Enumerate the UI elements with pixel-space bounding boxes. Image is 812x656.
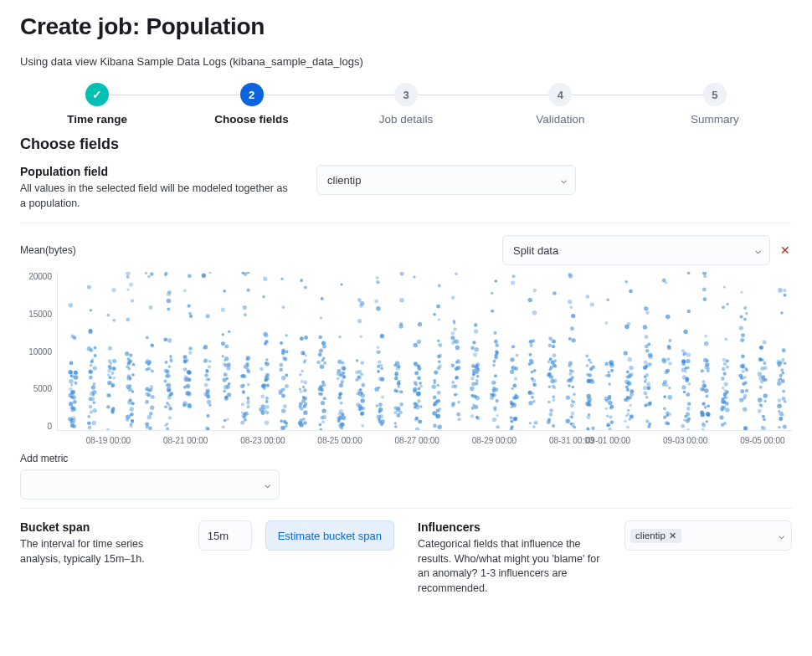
svg-point-508 — [380, 377, 384, 382]
svg-point-1156 — [778, 426, 781, 429]
x-tick: 08-29 00:00 — [472, 436, 516, 445]
bucket-span-input[interactable] — [198, 520, 252, 551]
split-data-select[interactable]: Split data ⌵ — [502, 235, 770, 265]
svg-point-91 — [111, 382, 116, 387]
svg-point-156 — [151, 344, 154, 347]
svg-point-195 — [182, 403, 186, 407]
svg-point-299 — [247, 289, 250, 292]
svg-point-578 — [419, 385, 423, 388]
svg-point-355 — [281, 376, 285, 380]
svg-point-392 — [305, 354, 307, 356]
population-field-value: clientip — [327, 174, 361, 187]
svg-point-739 — [514, 366, 518, 371]
svg-point-817 — [566, 419, 570, 423]
svg-point-172 — [167, 395, 172, 399]
svg-point-378 — [302, 386, 306, 389]
svg-point-87 — [112, 377, 116, 380]
svg-point-337 — [261, 384, 265, 388]
svg-point-464 — [338, 416, 342, 420]
svg-point-358 — [279, 368, 283, 372]
svg-point-389 — [303, 361, 306, 364]
svg-point-259 — [227, 418, 229, 420]
svg-point-953 — [648, 353, 653, 358]
svg-point-1033 — [707, 404, 710, 407]
svg-point-199 — [188, 274, 192, 278]
svg-point-169 — [166, 427, 169, 430]
svg-point-213 — [186, 391, 190, 395]
population-field-select[interactable]: clientip ⌵ — [316, 165, 576, 195]
svg-point-467 — [360, 398, 364, 402]
y-tick: 10000 — [28, 347, 52, 356]
svg-point-202 — [183, 367, 188, 372]
svg-point-707 — [490, 396, 494, 400]
svg-point-1049 — [702, 383, 706, 387]
svg-point-417 — [320, 428, 322, 430]
step-circle: 5 — [703, 83, 727, 106]
svg-point-54 — [87, 421, 91, 425]
split-data-value: Split data — [513, 244, 558, 257]
svg-point-808 — [568, 337, 572, 341]
svg-point-343 — [265, 361, 268, 365]
svg-point-940 — [645, 396, 648, 398]
svg-point-462 — [340, 402, 343, 405]
svg-point-1169 — [779, 417, 783, 421]
estimate-bucket-span-button[interactable]: Estimate bucket span — [265, 520, 394, 551]
svg-point-906 — [627, 322, 631, 326]
svg-point-1117 — [763, 340, 767, 344]
svg-point-717 — [511, 274, 515, 278]
step-job-details: 3Job details — [329, 83, 483, 126]
svg-point-44 — [90, 309, 92, 311]
chart-y-axis: 20000150001000050000 — [20, 272, 57, 431]
svg-point-599 — [433, 313, 436, 316]
svg-point-1082 — [721, 399, 726, 404]
add-metric-select[interactable]: ⌵ — [20, 469, 280, 500]
svg-point-88 — [112, 366, 116, 371]
remove-detector-button[interactable]: ✕ — [779, 243, 792, 257]
svg-point-1163 — [781, 358, 784, 361]
svg-point-510 — [380, 366, 383, 370]
svg-point-158 — [163, 337, 167, 341]
step-time-range[interactable]: ✓Time range — [20, 83, 174, 126]
svg-point-174 — [164, 272, 167, 275]
svg-point-744 — [511, 345, 515, 348]
svg-point-452 — [341, 379, 344, 382]
svg-point-966 — [668, 339, 671, 342]
svg-point-985 — [687, 272, 691, 274]
step-choose-fields[interactable]: 2Choose fields — [174, 83, 328, 126]
svg-point-17 — [70, 391, 75, 395]
svg-point-454 — [342, 372, 346, 375]
svg-point-622 — [435, 414, 438, 417]
svg-point-371 — [280, 278, 283, 280]
svg-point-798 — [548, 344, 552, 347]
svg-point-604 — [438, 284, 441, 288]
step-label: Choose fields — [214, 113, 289, 126]
svg-point-994 — [683, 391, 686, 394]
svg-point-589 — [414, 402, 418, 405]
svg-point-713 — [494, 356, 497, 359]
svg-point-196 — [188, 305, 191, 308]
svg-point-509 — [376, 276, 379, 279]
svg-point-932 — [645, 349, 649, 352]
svg-point-945 — [645, 335, 648, 338]
svg-point-425 — [323, 361, 326, 365]
svg-point-1022 — [705, 395, 708, 398]
svg-point-25 — [72, 416, 76, 420]
svg-point-238 — [203, 346, 206, 349]
remove-influencer-icon[interactable]: ✕ — [669, 530, 676, 541]
svg-point-886 — [605, 407, 608, 410]
svg-point-696 — [496, 399, 499, 402]
svg-point-1110 — [744, 381, 748, 384]
svg-point-59 — [93, 408, 97, 413]
svg-point-795 — [552, 363, 557, 367]
svg-point-500 — [374, 300, 378, 304]
check-icon: ✓ — [92, 88, 102, 101]
svg-point-161 — [167, 292, 171, 296]
influencers-select[interactable]: clientip ✕ ⌵ — [624, 520, 792, 551]
svg-point-547 — [394, 389, 398, 392]
svg-point-617 — [437, 391, 441, 395]
svg-point-1006 — [687, 382, 691, 386]
svg-point-1061 — [722, 305, 725, 309]
svg-point-493 — [361, 424, 364, 428]
svg-point-21 — [69, 361, 74, 366]
x-tick: 09-03 00:00 — [663, 436, 707, 445]
